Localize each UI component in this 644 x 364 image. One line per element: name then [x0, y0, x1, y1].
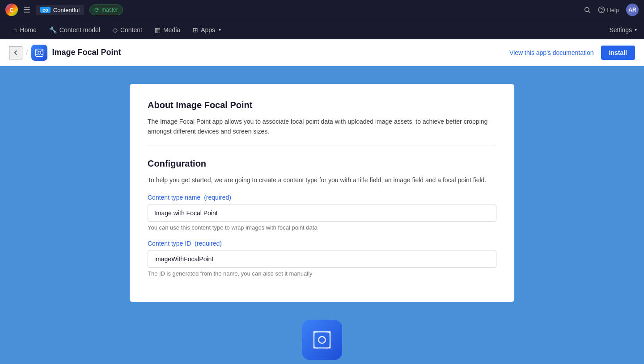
content-type-id-hint: The ID is generated from the name, you c… [148, 270, 496, 277]
svg-point-3 [602, 11, 602, 12]
nav-apps-label: Apps [201, 26, 215, 33]
config-description: To help you get started, we are going to… [148, 175, 496, 185]
svg-rect-4 [36, 49, 43, 56]
install-button[interactable]: Install [601, 46, 635, 60]
svg-point-11 [319, 337, 326, 343]
back-button[interactable] [9, 46, 22, 59]
svg-rect-10 [314, 332, 330, 348]
content-type-id-label: Content type ID (required) [148, 240, 496, 247]
master-badge[interactable]: ⟳ master [89, 4, 123, 15]
documentation-link[interactable]: View this app's documentation [509, 49, 593, 56]
content-type-name-label: Content type name (required) [148, 194, 496, 201]
about-description: The Image Focal Point app allows you to … [148, 117, 496, 137]
home-icon: ⌂ [13, 26, 17, 33]
topbar: C ☰ co Contentful ⟳ master Help AR [0, 0, 644, 20]
content-model-icon: 🔧 [49, 26, 57, 33]
search-icon[interactable] [584, 6, 591, 13]
media-icon: ▦ [155, 26, 161, 33]
nav-media[interactable]: ▦ Media [148, 20, 186, 40]
brand-name: Contentful [53, 7, 80, 13]
content-type-name-input[interactable] [148, 205, 496, 222]
avatar[interactable]: AR [626, 4, 639, 16]
app-icon-small [31, 45, 47, 61]
brand-co: co [40, 7, 51, 13]
svg-point-5 [38, 51, 41, 54]
master-icon: ⟳ [94, 6, 100, 13]
app-info-card: About Image Focal Point The Image Focal … [130, 84, 514, 302]
content-icon: ◇ [113, 26, 118, 33]
help-label: Help [607, 7, 619, 13]
settings-dropdown-icon: ▾ [635, 27, 637, 32]
svg-point-0 [585, 8, 589, 12]
settings-menu[interactable]: Settings ▾ [609, 26, 637, 33]
breadcrumb-separator: / [26, 49, 28, 57]
content-type-id-required: (required) [195, 240, 222, 247]
card-divider [148, 146, 496, 146]
content-type-name-required: (required) [204, 194, 231, 201]
about-title: About Image Focal Point [148, 100, 496, 110]
app-icon-large [302, 320, 342, 360]
nav-content-model[interactable]: 🔧 Content model [43, 20, 106, 40]
content-type-id-input[interactable] [148, 251, 496, 268]
svg-line-1 [589, 11, 590, 13]
content-type-name-hint: You can use this content type to wrap im… [148, 224, 496, 231]
app-logo: C [5, 4, 18, 16]
hamburger-menu[interactable]: ☰ [23, 5, 30, 15]
apps-icon: ⊞ [193, 26, 198, 33]
nav-content-model-label: Content model [59, 26, 100, 33]
brand-badge: co Contentful [36, 5, 84, 15]
page-title: Image Focal Point [52, 48, 121, 57]
config-title: Configuration [148, 159, 496, 169]
apps-dropdown-icon: ▾ [219, 27, 221, 32]
nav-content-label: Content [120, 26, 142, 33]
main-area: About Image Focal Point The Image Focal … [0, 66, 644, 364]
subheader: / Image Focal Point View this app's docu… [0, 39, 644, 66]
nav-content[interactable]: ◇ Content [106, 20, 148, 40]
nav-home[interactable]: ⌂ Home [7, 20, 43, 40]
topbar-actions: Help AR [584, 4, 639, 16]
navbar: ⌂ Home 🔧 Content model ◇ Content ▦ Media… [0, 20, 644, 39]
nav-home-label: Home [20, 26, 36, 33]
master-label: master [102, 7, 118, 13]
nav-apps[interactable]: ⊞ Apps ▾ [186, 20, 227, 40]
nav-media-label: Media [163, 26, 180, 33]
settings-label: Settings [609, 26, 632, 33]
help-button[interactable]: Help [598, 6, 619, 13]
